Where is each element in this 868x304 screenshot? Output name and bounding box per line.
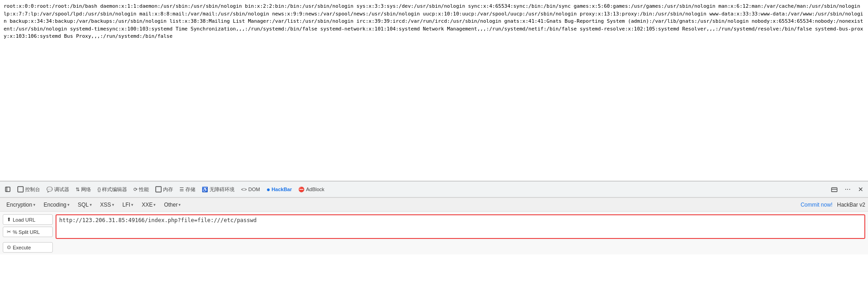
devtools-adblock-btn[interactable]: ⛔ AdBlock — [296, 185, 327, 194]
encryption-label: Encryption — [6, 202, 32, 208]
load-url-button[interactable]: ⬆ Load URL — [3, 214, 53, 225]
execute-label: Execute — [13, 245, 31, 250]
split-url-label: % Split URL — [13, 229, 40, 235]
xss-label: XSS — [100, 202, 111, 208]
accessibility-icon: ♿ — [202, 187, 208, 193]
styles-label: 样式编辑器 — [102, 186, 127, 193]
devtools-debugger-btn[interactable]: 💬 调试器 — [44, 184, 72, 195]
dom-label: DOM — [248, 187, 260, 192]
xxe-label: XXE — [142, 202, 153, 208]
load-url-icon: ⬆ — [7, 217, 11, 223]
sql-arrow: ▾ — [90, 203, 92, 207]
storage-icon: ☰ — [179, 187, 184, 193]
execute-button[interactable]: ⊙ Execute — [3, 242, 53, 253]
devtools-memory-btn[interactable]: 内存 — [153, 184, 176, 195]
devtools-more-btn[interactable]: ··· — [842, 184, 853, 194]
main-content-area: root:x:0:0:root:/root:/bin/bash daemon:x… — [0, 0, 868, 181]
svg-rect-2 — [18, 187, 23, 192]
devtools-toolbar: 控制台 💬 调试器 ⇅ 网络 {} 样式编辑器 ⟳ 性能 内存 ☰ 存储 ♿ 无… — [0, 181, 868, 198]
devtools-accessibility-btn[interactable]: ♿ 无障碍环境 — [199, 184, 237, 195]
sql-label: SQL — [78, 202, 89, 208]
svg-rect-3 — [156, 187, 161, 192]
xss-menu[interactable]: XSS ▾ — [97, 200, 118, 209]
lfi-arrow: ▾ — [131, 203, 133, 207]
devtools-right-controls: ··· ✕ — [828, 184, 866, 194]
split-url-icon: ✂ — [7, 229, 11, 235]
other-arrow: ▾ — [179, 203, 181, 207]
sql-menu[interactable]: SQL ▾ — [74, 200, 96, 209]
execute-icon: ⊙ — [7, 244, 11, 250]
network-label: 网络 — [81, 186, 91, 193]
load-url-label: Load URL — [13, 217, 36, 223]
performance-icon: ⟳ — [133, 187, 138, 193]
hackbar-menu-bar: Encryption ▾ Encoding ▾ SQL ▾ XSS ▾ LFI … — [0, 198, 868, 212]
url-input-area — [56, 214, 865, 240]
hackbar-label: HackBar — [271, 187, 292, 192]
devtools-storage-btn[interactable]: ☰ 存储 — [177, 184, 198, 195]
adblock-icon: ⛔ — [298, 187, 305, 193]
xss-arrow: ▾ — [112, 203, 114, 207]
encoding-menu[interactable]: Encoding ▾ — [40, 200, 73, 209]
debugger-label: 调试器 — [54, 186, 69, 193]
url-input[interactable] — [56, 214, 865, 239]
url-button-group: ⬆ Load URL ✂ % Split URL — [3, 214, 53, 240]
styles-icon: {} — [97, 187, 101, 192]
devtools-hackbar-btn[interactable]: ● HackBar — [264, 184, 295, 195]
hackbar-dot-icon: ● — [266, 186, 270, 193]
performance-label: 性能 — [139, 186, 149, 193]
devtools-undock-btn[interactable] — [828, 184, 840, 194]
network-icon: ⇅ — [76, 187, 80, 193]
lfi-menu[interactable]: LFI ▾ — [119, 200, 137, 209]
devtools-inspect-btn[interactable] — [2, 184, 14, 194]
debugger-icon: 💬 — [46, 187, 53, 193]
svg-rect-4 — [832, 188, 837, 192]
xxe-menu[interactable]: XXE ▾ — [138, 200, 159, 209]
hackbar-version-label: HackBar v2 — [837, 202, 865, 208]
devtools-close-btn[interactable]: ✕ — [855, 185, 866, 194]
commit-label[interactable]: Commit now! — [801, 202, 832, 208]
lfi-label: LFI — [123, 202, 130, 208]
page-text-content: root:x:0:0:root:/root:/bin/bash daemon:x… — [4, 3, 864, 41]
encoding-label: Encoding — [44, 202, 66, 208]
devtools-styles-btn[interactable]: {} 样式编辑器 — [95, 184, 130, 195]
svg-rect-0 — [5, 187, 10, 192]
hackbar-url-section: ⬆ Load URL ✂ % Split URL — [0, 212, 868, 240]
encoding-arrow: ▾ — [67, 203, 70, 207]
other-label: Other — [164, 202, 178, 208]
adblock-label: AdBlock — [306, 187, 324, 192]
devtools-console-btn[interactable]: 控制台 — [15, 184, 43, 195]
devtools-performance-btn[interactable]: ⟳ 性能 — [131, 184, 152, 195]
devtools-network-btn[interactable]: ⇅ 网络 — [73, 184, 94, 195]
accessibility-label: 无障碍环境 — [209, 186, 235, 193]
other-menu[interactable]: Other ▾ — [160, 200, 184, 209]
execute-section: ⊙ Execute — [0, 240, 868, 254]
hackbar-panel: Encryption ▾ Encoding ▾ SQL ▾ XSS ▾ LFI … — [0, 198, 868, 254]
devtools-dom-btn[interactable]: <> DOM — [238, 185, 263, 194]
encryption-arrow: ▾ — [33, 203, 36, 207]
console-label: 控制台 — [25, 186, 40, 193]
dom-icon: <> — [241, 187, 247, 192]
split-url-button[interactable]: ✂ % Split URL — [3, 227, 53, 237]
encryption-menu[interactable]: Encryption ▾ — [3, 200, 39, 209]
xxe-arrow: ▾ — [153, 203, 156, 207]
memory-label: 内存 — [163, 186, 173, 193]
storage-label: 存储 — [185, 186, 195, 193]
